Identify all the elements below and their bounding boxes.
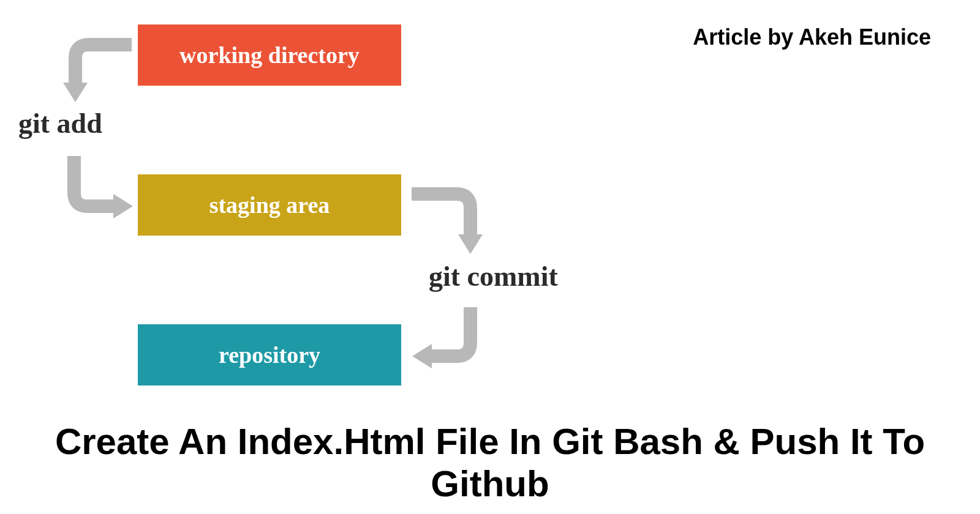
label-git-add: git add (18, 107, 102, 140)
label-git-commit: git commit (429, 260, 558, 292)
box-working-directory: working directory (138, 24, 401, 86)
box-staging-area: staging area (138, 174, 401, 236)
box-staging-label: staging area (209, 192, 330, 218)
arrow-staging-to-commit-icon (404, 181, 490, 260)
article-title: Create An Index.Html File In Git Bash & … (0, 420, 980, 505)
box-working-label: working directory (179, 42, 360, 69)
byline: Article by Akeh Eunice (693, 24, 931, 50)
arrow-working-to-add-icon (58, 34, 138, 107)
arrow-add-to-staging-icon (58, 150, 138, 223)
arrow-commit-to-repository-icon (404, 300, 490, 379)
box-repository-label: repository (219, 341, 320, 368)
box-repository: repository (138, 324, 401, 386)
